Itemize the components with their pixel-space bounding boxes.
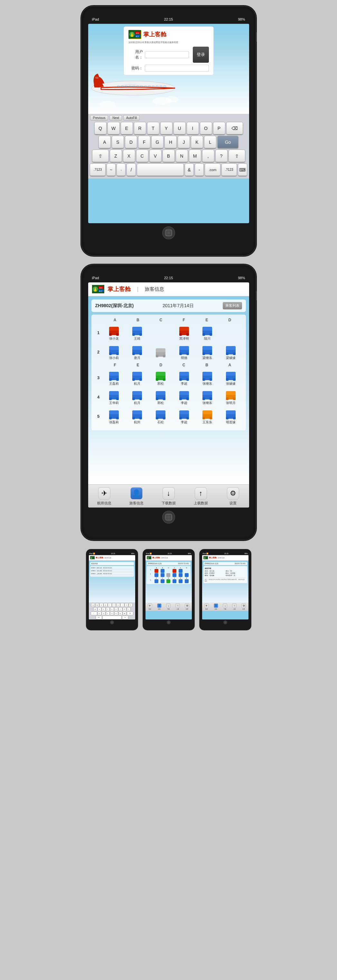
seat-2b[interactable]: 唐月 xyxy=(126,344,149,360)
seat-1b[interactable]: 王靖 xyxy=(126,324,149,341)
small-nav-up-3[interactable]: ↑ 上载 xyxy=(232,603,236,610)
kb-keyboard-icon[interactable]: ⌨ xyxy=(238,163,247,176)
nav-flight-info[interactable]: ✈ 航班信息 xyxy=(91,487,117,506)
seat-3d[interactable]: 郭松 xyxy=(149,369,172,386)
kb-dotcom[interactable]: .com xyxy=(205,163,220,176)
seat-3e[interactable]: 杭月 xyxy=(126,369,149,386)
kb-space[interactable] xyxy=(137,163,184,176)
kb-key-c[interactable]: C xyxy=(136,150,149,162)
kb-key-w[interactable]: W xyxy=(107,122,120,135)
kb-key-o[interactable]: O xyxy=(200,122,212,135)
small-nav-down-3[interactable]: ↓ 下载 xyxy=(223,603,227,610)
kb-key-s[interactable]: S xyxy=(112,136,124,149)
seat-4c[interactable]: 李超 xyxy=(172,388,196,405)
small-nav-up-2[interactable]: ↑ 上载 xyxy=(176,603,180,610)
small-nav-settings-3[interactable]: ⚙ 设置 xyxy=(241,603,246,610)
kb-dash[interactable]: - xyxy=(195,163,204,176)
small-nav-passenger-2[interactable]: 👤 旅客 xyxy=(157,603,161,610)
small-nav-passenger-3[interactable]: 👤 旅客 xyxy=(214,603,218,610)
home-button-2[interactable] xyxy=(162,511,175,523)
kb-go-btn[interactable]: Go xyxy=(217,136,238,149)
small-nav-label-3c: 下载 xyxy=(224,608,226,610)
kb-key-t[interactable]: T xyxy=(147,122,159,135)
kb-key-h[interactable]: H xyxy=(165,136,177,149)
nav-download[interactable]: ↓ 下载数据 xyxy=(156,487,182,506)
seat-3c[interactable]: 李超 xyxy=(172,369,196,386)
kb-shift-left[interactable]: ⇧ xyxy=(92,150,109,162)
kb-key-x[interactable]: X xyxy=(123,150,135,162)
kb-key-b[interactable]: B xyxy=(163,150,175,162)
kb-key-i[interactable]: I xyxy=(187,122,199,135)
kb-dot[interactable]: · xyxy=(117,163,126,176)
seat-3a[interactable]: 张缘缘 xyxy=(219,369,243,386)
seat-1e[interactable]: 陆川 xyxy=(196,324,219,341)
kb-slash[interactable]: / xyxy=(126,163,136,176)
kb-previous-btn[interactable]: Previous xyxy=(90,115,109,121)
seat-2f[interactable]: 明德 xyxy=(172,344,196,360)
seat-5f[interactable]: 张磊莉 xyxy=(102,408,126,425)
seat-2a[interactable]: 张小莉 xyxy=(102,344,126,360)
nav-passenger-info[interactable]: 👤 旅客信息 xyxy=(124,487,149,506)
kb-backspace[interactable]: ⌫ xyxy=(226,122,243,135)
kb-key-e[interactable]: E xyxy=(121,122,133,135)
kb-key-v[interactable]: V xyxy=(149,150,161,162)
seat-4f[interactable]: 王华莉 xyxy=(102,388,126,405)
passenger-list-button[interactable]: 乘客列表 xyxy=(223,302,242,309)
small-nav-label-2c: 下载 xyxy=(167,608,169,610)
seat-5e[interactable]: 杭州 xyxy=(126,408,149,425)
password-input[interactable] xyxy=(145,65,209,72)
small-nav-flight-3[interactable]: ✈ 航班 xyxy=(204,603,209,610)
seat-3b[interactable]: 张继东 xyxy=(196,369,219,386)
kb-key-d[interactable]: D xyxy=(125,136,137,149)
kb-autofill-btn[interactable]: AutoFill xyxy=(123,115,140,121)
kb-key-g[interactable]: G xyxy=(151,136,163,149)
small-nav-settings-2[interactable]: ⚙ 设置 xyxy=(185,603,189,610)
seat-2e[interactable]: 梁继东 xyxy=(196,344,219,360)
kb-key-p[interactable]: P xyxy=(213,122,225,135)
kb-key-j[interactable]: J xyxy=(178,136,190,149)
small-nav-flight-2[interactable]: ✈ 航班 xyxy=(148,603,152,610)
login-button[interactable]: 登录 xyxy=(193,47,209,63)
seat-5a[interactable]: 明造缘 xyxy=(219,408,243,425)
seat-2c[interactable] xyxy=(149,346,172,358)
seat-2d[interactable]: 梁缘缘 xyxy=(219,344,243,360)
small-home-3[interactable] xyxy=(224,620,227,624)
home-button-1[interactable] xyxy=(162,226,175,239)
passenger-detail-3: 旅客详情 姓名：张小龙 座位：1A 航班：ZH9802 舱位：经济舱 餐食：普通… xyxy=(203,566,247,583)
username-input[interactable] xyxy=(145,51,189,58)
kb-shift-right[interactable]: ⇧ xyxy=(228,150,245,162)
kb-key-u[interactable]: U xyxy=(174,122,186,135)
kb-key-r[interactable]: R xyxy=(134,122,146,135)
small-nav-down-2[interactable]: ↓ 下载 xyxy=(166,603,171,610)
kb-key-m[interactable]: M xyxy=(189,150,201,162)
small-home-2[interactable] xyxy=(167,620,171,624)
kb-tilde[interactable]: ~ xyxy=(107,163,115,176)
kb-numeric-left[interactable]: .?123 xyxy=(90,163,105,176)
kb-key-comma[interactable]: , xyxy=(202,150,214,162)
small-home-1[interactable] xyxy=(110,620,114,624)
seat-5d[interactable]: 石松 xyxy=(149,408,172,425)
kb-key-y[interactable]: Y xyxy=(160,122,172,135)
seat-5c[interactable]: 李超 xyxy=(172,408,196,425)
kb-key-q[interactable]: Q xyxy=(94,122,107,135)
seat-1a[interactable]: 张小龙 xyxy=(102,324,126,341)
kb-key-n[interactable]: N xyxy=(176,150,188,162)
seat-4a[interactable]: 张明月 xyxy=(219,388,243,405)
kb-key-a[interactable]: A xyxy=(99,136,111,149)
seat-5b[interactable]: 王东东 xyxy=(196,408,219,425)
kb-key-question[interactable]: ? xyxy=(215,150,228,162)
kb-next-btn[interactable]: Next xyxy=(109,115,122,121)
kb-key-k[interactable]: K xyxy=(191,136,203,149)
seat-4d[interactable]: 郭松 xyxy=(149,388,172,405)
nav-settings[interactable]: ⚙ 设置 xyxy=(220,487,246,506)
seat-4e[interactable]: 杭月 xyxy=(126,388,149,405)
seat-4b[interactable]: 张继东 xyxy=(196,388,219,405)
nav-upload[interactable]: ↑ 上载数据 xyxy=(188,487,214,506)
kb-key-z[interactable]: Z xyxy=(110,150,122,162)
kb-ampersand[interactable]: & xyxy=(185,163,194,176)
seat-1f[interactable]: 黑泽明 xyxy=(172,324,196,341)
kb-numeric-right[interactable]: .?123 xyxy=(222,163,237,176)
kb-key-l[interactable]: L xyxy=(204,136,216,149)
kb-key-f[interactable]: F xyxy=(138,136,150,149)
seat-3f[interactable]: 王磊莉 xyxy=(102,369,126,386)
